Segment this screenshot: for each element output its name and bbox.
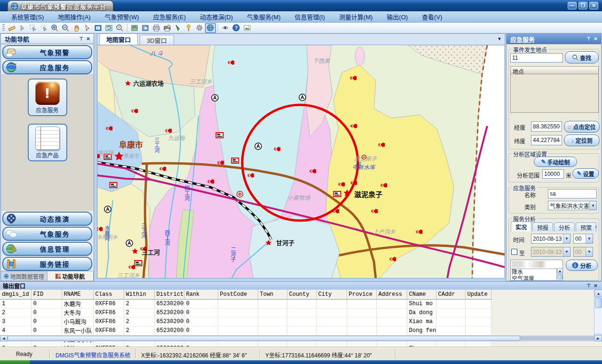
tab-analysis[interactable]: 分析 [554,222,575,231]
print-preview-icon[interactable] [162,23,173,33]
nav-emergency-service[interactable]: 应急服务 [2,60,92,74]
export-map-icon[interactable] [140,23,151,33]
close-icon[interactable]: ✕ [592,36,599,42]
table-row[interactable]: 10水磨沟0XFF8626523020000Shui mo gou [0,299,491,308]
to-checkbox[interactable] [511,249,517,255]
snap-arrow-icon[interactable] [173,23,183,33]
date-select[interactable]: 2010-08-13 ▼ [531,234,570,244]
scroll-track[interactable] [520,336,594,340]
restore-button[interactable]: ❐ [578,2,587,9]
menu-info-management[interactable]: 信息管理(I) [288,11,332,23]
tab-plan[interactable]: 预案 [576,222,596,231]
table-column-header[interactable]: Provice [347,290,376,299]
title-bar[interactable]: 阜康市气象预警应急服务平台 — ❐ ✕ [0,0,602,11]
insert-image-icon[interactable] [242,23,253,33]
menu-emergency-service[interactable]: 应急服务(E) [147,11,192,23]
zoom-out-icon[interactable] [60,23,71,33]
menu-measure[interactable]: 测量计算(M) [333,11,380,23]
zoom-in-icon[interactable] [49,23,60,33]
table-column-header[interactable]: Rank [184,290,218,299]
table-column-header[interactable]: District [154,290,184,299]
vertical-scrollbar[interactable]: ▲ ▼ [594,290,602,341]
locate-click-button[interactable]: ⌂ 点击定位 [564,121,600,133]
menu-map-ops[interactable]: 地图操作(A) [51,11,97,23]
search-button[interactable]: 查找 [565,51,599,63]
tab-map-data-management[interactable]: 地图数据管理 [1,271,48,281]
pin-icon[interactable]: ⊤ [78,36,85,42]
measure-icon[interactable] [6,23,17,33]
list-item[interactable]: 空气温度 [512,276,562,281]
tab-map-view[interactable]: 地图窗口 [99,33,138,45]
table-column-header[interactable]: Update [465,290,491,299]
globe-service-icon[interactable] [205,23,216,33]
hour-select[interactable]: 00 ▼ [573,234,593,244]
table-column-header[interactable]: CName [407,290,436,299]
settings-gear-icon[interactable] [194,23,205,33]
table-column-header[interactable]: Within [124,290,154,299]
identify-icon[interactable]: ? [114,23,125,33]
menu-weather-service[interactable]: 气象服务(M) [240,11,287,23]
menu-system[interactable]: 系统管理(S) [5,11,50,23]
nav-dynamic-deduction[interactable]: 动态推演 [2,212,92,226]
select-rect-icon[interactable] [28,23,39,33]
emergency-service-button[interactable]: ! 应急服务 [28,79,67,116]
pin-icon[interactable]: ⊤ [585,283,592,289]
help-icon[interactable]: ? [231,23,242,33]
chevron-down-icon[interactable]: ▼ [563,247,570,256]
nav-weather-warning[interactable]: 气象预警 [2,45,92,59]
menu-view[interactable]: 查看(V) [415,11,449,23]
nav-weather-service[interactable]: 气象服务 [2,227,92,241]
minimize-button[interactable]: — [568,2,577,9]
element-listbox[interactable]: 降水 空气温度 ▲ [510,260,563,281]
toolbar-grip[interactable] [2,24,5,32]
manual-draw-button[interactable]: ✎ 手动绘制 [534,157,577,167]
map-canvas[interactable]: 八 斗六运湖农场三工河乡下西泉九运街阜康市城关镇阜康市滋泥泉子中新水库滋泥泉子小… [97,45,505,278]
close-icon[interactable]: ✕ [592,283,599,289]
table-row[interactable]: 20大冬沟0XFF8626523020000Da dong gou [0,308,491,317]
scroll-up-icon[interactable]: ▲ [557,268,563,274]
location-list[interactable] [510,74,599,113]
chevron-down-icon[interactable]: ▼ [586,234,593,243]
table-column-header[interactable]: FID [31,290,62,299]
horizontal-scrollbar[interactable]: ◀ ▶ [0,335,602,341]
close-button[interactable]: ✕ [589,2,598,9]
location-list-header[interactable]: 地点 [510,66,599,74]
table-row[interactable]: 30小马厩沟0XFF8626523020000Xiao ma ... [0,317,491,326]
tab-scroll-right-icon[interactable]: › [595,223,597,230]
table-column-header[interactable]: Town [258,290,287,299]
table-column-header[interactable]: dmgis_id [0,290,31,299]
chevron-down-icon[interactable]: ▼ [586,247,593,256]
name-input[interactable] [548,189,597,198]
scroll-right-icon[interactable]: ▶ [594,335,602,341]
chevron-down-icon[interactable]: ▼ [497,36,502,41]
table-column-header[interactable]: Address [376,290,407,299]
type-select[interactable]: 气象和洪水灾害 ▼ [548,201,597,210]
hour2-select[interactable]: 00 ▼ [573,247,593,257]
layers-icon[interactable] [129,23,140,33]
list-item[interactable]: 降水 [512,269,562,276]
menu-dynamic-deduction[interactable]: 动态推演(D) [193,11,239,23]
list-scroll-thumb[interactable] [557,275,562,279]
date2-select[interactable]: 2010-08-13 ▼ [531,247,570,257]
nav-info-management[interactable]: 信息管理 [2,242,92,256]
location-search-input[interactable] [510,53,563,63]
full-extent-icon[interactable] [93,23,103,33]
table-column-header[interactable]: CAddr [436,290,465,299]
pointer-icon[interactable] [82,23,93,33]
analyze-button[interactable]: i 分析 [566,260,598,271]
scroll-left-icon[interactable]: ◀ [0,335,8,341]
tab-scroll-left-icon[interactable]: ‹ [589,223,591,230]
tab-live[interactable]: 实况 [511,222,531,231]
table-column-header[interactable]: PostCode [218,290,258,299]
scroll-up-icon[interactable]: ▲ [594,290,602,297]
chevron-down-icon[interactable]: ▼ [589,201,596,210]
table-row[interactable]: 40东风一小队0XFF8626523020000Dong fen... [0,326,491,335]
chevron-down-icon[interactable]: ▼ [563,234,570,243]
lat-input[interactable] [531,135,562,145]
set-button[interactable]: ✎ 设置 [572,168,599,179]
select-point-icon[interactable] [17,23,28,33]
emergency-product-button[interactable]: 应急产品 [28,124,67,161]
refresh-view-icon[interactable] [103,23,114,33]
table-column-header[interactable]: RNAME [62,290,93,299]
table-column-header[interactable]: County [287,290,316,299]
